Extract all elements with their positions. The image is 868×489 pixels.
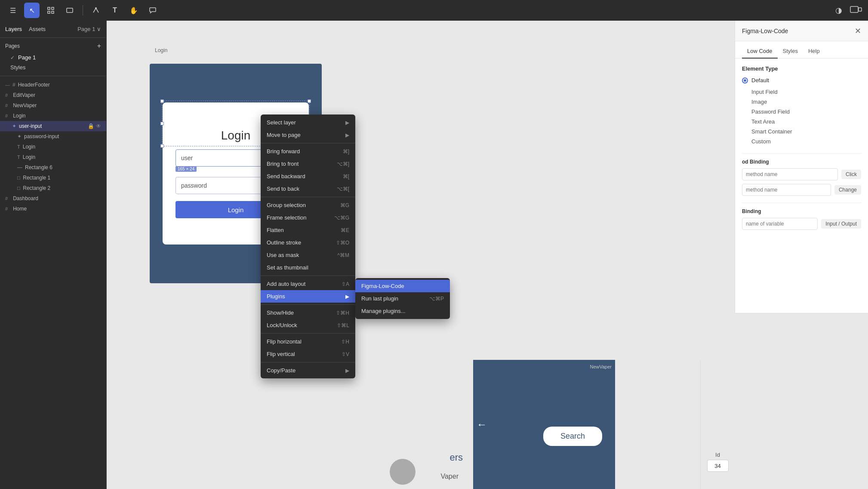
input-output-badge[interactable]: Input / Output <box>821 219 861 229</box>
resize-tr[interactable] <box>308 99 311 103</box>
text-icon-1: T <box>17 144 20 149</box>
separator-1 <box>83 5 83 15</box>
ctx-bring-to-front[interactable]: Bring to front ⌥⌘] <box>261 158 355 170</box>
ctx-sep-2 <box>261 197 355 197</box>
login-group-label: Login <box>13 113 25 119</box>
radio-default-label: Default <box>751 77 769 84</box>
ctx-plugins[interactable]: Plugins ▶ <box>261 290 355 303</box>
variable-input[interactable] <box>742 218 818 230</box>
change-method-input[interactable] <box>742 184 831 196</box>
ctx-copy-paste-label: Copy/Paste <box>267 367 344 374</box>
select-tool-button[interactable]: ↖ <box>24 3 40 18</box>
layer-dashboard[interactable]: # Dashboard <box>0 193 106 204</box>
ctx-sep-3 <box>261 275 355 276</box>
page-1-item[interactable]: ✓ Page 1 <box>0 53 106 62</box>
ctx-flip-vertical[interactable]: Flip vertical ⇧V <box>261 348 355 360</box>
svg-rect-4 <box>67 8 73 12</box>
ctx-send-backward[interactable]: Send backward ⌘[ <box>261 170 355 183</box>
preview-id-value[interactable]: 34 <box>707 460 729 472</box>
vector-tool-button[interactable] <box>88 3 104 18</box>
ctx-send-to-back[interactable]: Send to back ⌥⌘[ <box>261 183 355 195</box>
layer-actions-1: 🔒 👁 <box>88 123 101 129</box>
rect-icon-1: — <box>17 164 22 170</box>
ctx-move-to-page[interactable]: Move to page ▶ <box>261 129 355 141</box>
page-info[interactable]: Page 1 ∨ <box>77 26 101 32</box>
plugin-run-last[interactable]: Run last plugin ⌥⌘P <box>355 292 450 305</box>
ctx-lock-unlock[interactable]: Lock/Unlock ⇧⌘L <box>261 319 355 331</box>
type-smart-container[interactable]: Smart Container <box>742 127 861 136</box>
ctx-sep-1 <box>261 143 355 143</box>
layer-login[interactable]: # Login <box>0 111 106 121</box>
text-tool-button[interactable]: T <box>107 3 123 18</box>
resize-tl[interactable] <box>160 99 164 103</box>
type-text-area[interactable]: Text Area <box>742 117 861 127</box>
shape-tool-button[interactable] <box>62 3 77 18</box>
editvaper-label: EditVaper <box>13 92 35 98</box>
click-badge[interactable]: Click <box>841 170 861 179</box>
change-badge[interactable]: Change <box>834 185 861 195</box>
layer-rect-2[interactable]: □ Rectangle 2 <box>0 183 106 193</box>
method-binding-label: od Binding <box>742 159 861 165</box>
layer-user-input[interactable]: ✦ user-input 🔒 👁 <box>0 121 106 131</box>
layer-editvaper[interactable]: # EditVaper <box>0 90 106 100</box>
frame-tool-button[interactable] <box>43 3 58 18</box>
ctx-bring-forward-label: Bring forward <box>267 148 343 155</box>
hand-tool-button[interactable]: ✋ <box>126 3 142 18</box>
ctx-flip-horizontal[interactable]: Flip horizontal ⇧H <box>261 335 355 348</box>
plugin-figma-low-code[interactable]: Figma-Low-Code <box>355 280 450 292</box>
ctx-group-selection[interactable]: Group selection ⌘G <box>261 199 355 211</box>
ctx-outline-stroke[interactable]: Outline stroke ⇧⌘O <box>261 236 355 249</box>
type-image[interactable]: Image <box>742 97 861 107</box>
password-input-label: password-input <box>24 133 59 139</box>
context-menu: Select layer ▶ Move to page ▶ Bring forw… <box>261 115 355 378</box>
ctx-select-layer[interactable]: Select layer ▶ <box>261 116 355 129</box>
ctx-flatten[interactable]: Flatten ⌘E <box>261 224 355 236</box>
layer-rect-1[interactable]: □ Rectangle 1 <box>0 173 106 183</box>
ctx-frame-selection[interactable]: Frame selection ⌥⌘G <box>261 211 355 224</box>
click-method-input[interactable] <box>742 168 838 180</box>
hash-icon-2: # <box>5 103 8 108</box>
data-binding-label: Binding <box>742 208 861 214</box>
layers-tab[interactable]: Layers <box>5 24 22 34</box>
ctx-move-to-page-label: Move to page <box>267 132 344 138</box>
layer-headerfooter[interactable]: — # HeaderFooter <box>0 80 106 90</box>
rect-2-label: Rectangle 2 <box>23 185 50 191</box>
layer-login-text-2[interactable]: T Login <box>0 152 106 162</box>
layer-rect-6[interactable]: — Rectangle 6 <box>0 162 106 173</box>
add-page-button[interactable]: + <box>97 42 101 50</box>
layer-login-text-1[interactable]: T Login <box>0 142 106 152</box>
user-input-label: user-input <box>19 123 42 129</box>
assets-tab[interactable]: Assets <box>29 24 46 34</box>
ctx-add-auto-layout[interactable]: Add auto layout ⇧A <box>261 278 355 290</box>
comment-tool-button[interactable] <box>145 3 160 18</box>
right-panel-body: Element Type Default Input Field Image P… <box>735 59 868 240</box>
ctx-bring-forward[interactable]: Bring forward ⌘] <box>261 145 355 158</box>
ctx-copy-paste[interactable]: Copy/Paste ▶ <box>261 364 355 377</box>
right-panel-close-button[interactable]: ✕ <box>855 26 861 36</box>
tab-low-code[interactable]: Low Code <box>742 44 778 59</box>
tab-help[interactable]: Help <box>803 44 825 59</box>
ctx-sep-6 <box>261 362 355 362</box>
layer-newvaper[interactable]: # NewVaper <box>0 100 106 111</box>
menu-button[interactable]: ☰ <box>5 3 21 18</box>
type-input-field[interactable]: Input Field <box>742 87 861 97</box>
ctx-use-as-mask[interactable]: Use as mask ^⌘M <box>261 249 355 261</box>
type-custom[interactable]: Custom <box>742 136 861 146</box>
tab-styles[interactable]: Styles <box>778 44 803 59</box>
preview-search-button[interactable]: Search <box>543 427 602 446</box>
preview-arrow[interactable]: ← <box>477 418 487 430</box>
layer-password-input[interactable]: ✦ password-input <box>0 131 106 142</box>
radio-default[interactable]: Default <box>742 77 861 84</box>
ctx-set-as-thumbnail[interactable]: Set as thumbnail <box>261 261 355 274</box>
svg-rect-7 <box>859 8 862 11</box>
toolbar-right: ◑ <box>832 3 863 17</box>
type-password-field[interactable]: Password Field <box>742 107 861 117</box>
layer-home[interactable]: # Home <box>0 204 106 214</box>
present-button[interactable] <box>849 3 863 17</box>
frame-icon: # <box>12 82 15 88</box>
home-label: Home <box>13 206 27 212</box>
plugin-manage[interactable]: Manage plugins... <box>355 305 450 317</box>
ctx-show-hide[interactable]: Show/Hide ⇧⌘H <box>261 306 355 319</box>
theme-toggle[interactable]: ◑ <box>832 3 846 17</box>
styles-item[interactable]: Styles <box>0 62 106 72</box>
